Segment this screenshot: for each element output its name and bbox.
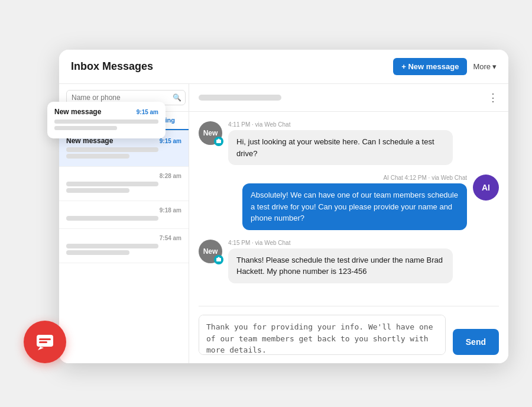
notif-title: New message [54,108,101,116]
chat-panel: ⋮ New 4:11 PM · via Web Chat H [189,84,508,363]
more-button[interactable]: More ▾ [473,62,497,71]
avatar-ai: AI [473,175,499,201]
conv-preview-line [66,182,158,186]
conv-preview-line [66,244,158,248]
message-bubble: Hi, just looking at your website here. C… [228,130,453,165]
notif-preview-line-short [54,126,117,130]
message-content: AI Chat 4:12 PM · via Web Chat Absolutel… [242,175,467,230]
message-content: 4:11 PM · via Web Chat Hi, just looking … [228,121,453,165]
conversation-item[interactable]: 9:18 am [59,201,189,229]
conv-preview-line-short [66,188,129,193]
chat-header-line [199,95,281,101]
notif-preview-line [54,119,158,124]
conversation-item[interactable]: 7:54 am [59,229,189,263]
svg-rect-2 [216,258,221,261]
avatar: New [199,240,222,263]
conv-preview-line [66,147,158,152]
svg-rect-6 [39,341,47,343]
chat-messages: New 4:11 PM · via Web Chat Hi, just look… [189,112,508,306]
chat-header-menu-icon[interactable]: ⋮ [488,91,499,104]
new-message-button[interactable]: + New message [393,58,467,75]
header-actions: + New message More ▾ [393,58,497,75]
message-group-3: New 4:15 PM · via Web Chat Thanks! Pleas… [199,240,499,283]
svg-rect-0 [216,140,221,143]
search-icon: 🔍 [173,93,181,102]
avatar-badge [214,137,223,146]
conversation-item[interactable]: 8:28 am [59,167,189,201]
header: Inbox Messages + New message More ▾ [59,50,508,84]
svg-marker-1 [218,138,220,140]
page-title: Inbox Messages [71,60,153,73]
conversation-list: New message 9:15 am 8:28 am [59,131,189,363]
conv-preview-line-short [66,154,129,159]
message-content: 4:15 PM · via Web Chat Thanks! Please sc… [228,240,453,283]
message-bubble-blue: Absolutely! We can have one of our team … [242,183,467,230]
conv-preview-line [66,216,158,221]
svg-rect-4 [37,335,53,347]
message-group-1: New 4:11 PM · via Web Chat Hi, just look… [199,121,499,165]
main-window: Inbox Messages + New message More ▾ 🔍 [59,50,508,363]
conv-preview-line-short [66,250,129,255]
send-button[interactable]: Send [453,329,499,355]
message-group-2: AI AI Chat 4:12 PM · via Web Chat Absolu… [199,175,499,230]
chat-input-area: Thank you for providing your info. We'll… [189,306,508,363]
chat-input[interactable]: Thank you for providing your info. We'll… [199,315,446,355]
chat-header: ⋮ [189,84,508,112]
svg-marker-3 [218,257,220,258]
svg-rect-5 [39,338,51,340]
avatar-badge [214,255,223,264]
floating-notification[interactable]: New message 9:15 am [47,102,166,138]
floating-chat-icon[interactable] [24,321,66,363]
notif-time: 9:15 am [137,109,158,115]
avatar: New [199,121,222,145]
svg-marker-7 [38,347,44,350]
notif-top: New message 9:15 am [54,108,158,116]
message-bubble: Thanks! Please schedule the test drive u… [228,248,453,283]
